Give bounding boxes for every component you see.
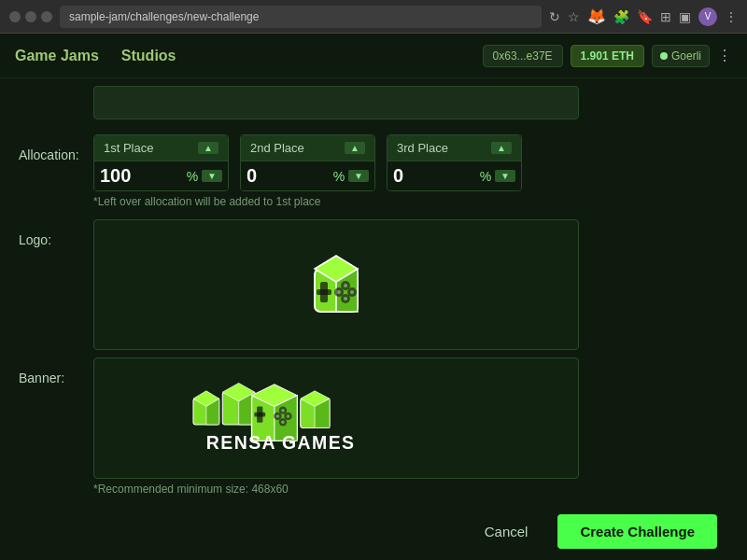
- svg-rect-4: [317, 289, 331, 295]
- second-place-label: 2nd Place: [250, 141, 304, 155]
- action-row: Cancel Create Challenge: [93, 507, 732, 549]
- third-place-down-button[interactable]: ▼: [495, 170, 515, 182]
- second-place-value: 0: [247, 165, 330, 187]
- logo-label: Logo:: [19, 219, 93, 247]
- browser-icons: ↻ ☆ 🦊 🧩 🔖 ⊞ ▣ V ⋮: [549, 7, 738, 26]
- create-challenge-button[interactable]: Create Challenge: [557, 514, 717, 549]
- first-place-input-row: 100 % ▼: [94, 161, 228, 190]
- allocation-note: *Left over allocation will be added to 1…: [93, 195, 732, 208]
- more-icon[interactable]: ⋮: [725, 9, 738, 24]
- second-place-percent: %: [333, 169, 345, 184]
- browser-controls: [9, 11, 52, 22]
- first-place-header: 1st Place ▲: [94, 135, 228, 161]
- first-place-value: 100: [100, 165, 183, 187]
- first-place-percent: %: [187, 169, 198, 184]
- network-status-dot: [660, 52, 668, 60]
- svg-point-11: [344, 297, 347, 301]
- svg-point-12: [337, 290, 341, 294]
- third-place-percent: %: [480, 169, 491, 184]
- browser-url: sample-jam/challenges/new-challenge: [60, 6, 542, 28]
- svg-point-29: [287, 414, 289, 417]
- main-content: Allocation: 1st Place ▲ 100 % ▼: [0, 78, 747, 560]
- wallet-network[interactable]: Goerli: [652, 45, 710, 67]
- allocation-label: Allocation:: [19, 134, 93, 162]
- svg-point-30: [281, 420, 284, 423]
- wallet-address[interactable]: 0x63...e37E: [483, 45, 563, 67]
- svg-rect-23: [254, 413, 265, 417]
- logo-upload-area[interactable]: [93, 219, 579, 350]
- grid-icon[interactable]: ⊞: [660, 9, 671, 24]
- svg-point-10: [350, 290, 354, 294]
- banner-image: RENSA GAMES: [187, 371, 486, 465]
- third-place-label: 3rd Place: [397, 141, 448, 155]
- logo-image: [294, 243, 378, 327]
- second-place-input-row: 0 % ▼: [241, 161, 374, 190]
- cancel-button[interactable]: Cancel: [466, 514, 547, 549]
- third-place-header: 3rd Place ▲: [388, 135, 521, 161]
- banner-label: Banner:: [19, 357, 93, 385]
- first-place-up-button[interactable]: ▲: [198, 142, 218, 154]
- content-area: Allocation: 1st Place ▲ 100 % ▼: [0, 78, 747, 560]
- third-place-up-button[interactable]: ▲: [491, 142, 512, 154]
- metamask-icon[interactable]: 🦊: [587, 7, 606, 25]
- banner-upload-area[interactable]: RENSA GAMES: [93, 357, 579, 479]
- svg-point-28: [281, 409, 284, 412]
- first-place-down-button[interactable]: ▼: [202, 170, 222, 182]
- challenge-name-input[interactable]: [93, 86, 579, 119]
- profile-icon[interactable]: V: [698, 7, 717, 26]
- rec-note: *Recommended minimum size: 468x60: [93, 483, 732, 496]
- browser-bar: sample-jam/challenges/new-challenge ↻ ☆ …: [0, 0, 747, 34]
- browser-dot-1: [9, 11, 21, 22]
- nav-wallet: 0x63...e37E 1.901 ETH Goerli ⋮: [483, 45, 732, 67]
- svg-text:RENSA GAMES: RENSA GAMES: [206, 432, 356, 453]
- first-place-label: 1st Place: [104, 141, 153, 155]
- browser-dot-2: [25, 11, 36, 22]
- third-place-box: 3rd Place ▲ 0 % ▼: [387, 134, 522, 191]
- browser-dot-3: [41, 11, 52, 22]
- bookmark-icon[interactable]: 🔖: [637, 9, 653, 24]
- puzzle-icon[interactable]: 🧩: [613, 9, 629, 24]
- first-place-box: 1st Place ▲ 100 % ▼: [93, 134, 229, 191]
- nav-studios[interactable]: Studios: [121, 48, 176, 64]
- second-place-down-button[interactable]: ▼: [348, 170, 369, 182]
- svg-point-31: [276, 414, 279, 417]
- tab-icon[interactable]: ▣: [679, 9, 691, 24]
- place-boxes: 1st Place ▲ 100 % ▼ 2nd Place ▲: [93, 134, 522, 191]
- star-icon[interactable]: ☆: [568, 9, 580, 24]
- wallet-menu-button[interactable]: ⋮: [717, 47, 732, 64]
- refresh-icon[interactable]: ↻: [549, 9, 560, 24]
- third-place-input-row: 0 % ▼: [388, 161, 521, 190]
- second-place-header: 2nd Place ▲: [241, 135, 374, 161]
- wallet-balance: 1.901 ETH: [571, 45, 644, 67]
- nav-game-jams[interactable]: Game Jams: [15, 48, 99, 64]
- second-place-box: 2nd Place ▲ 0 % ▼: [240, 134, 375, 191]
- second-place-up-button[interactable]: ▲: [345, 142, 365, 154]
- svg-point-9: [344, 284, 347, 287]
- third-place-value: 0: [393, 165, 476, 187]
- nav: Game Jams Studios 0x63...e37E 1.901 ETH …: [0, 34, 747, 78]
